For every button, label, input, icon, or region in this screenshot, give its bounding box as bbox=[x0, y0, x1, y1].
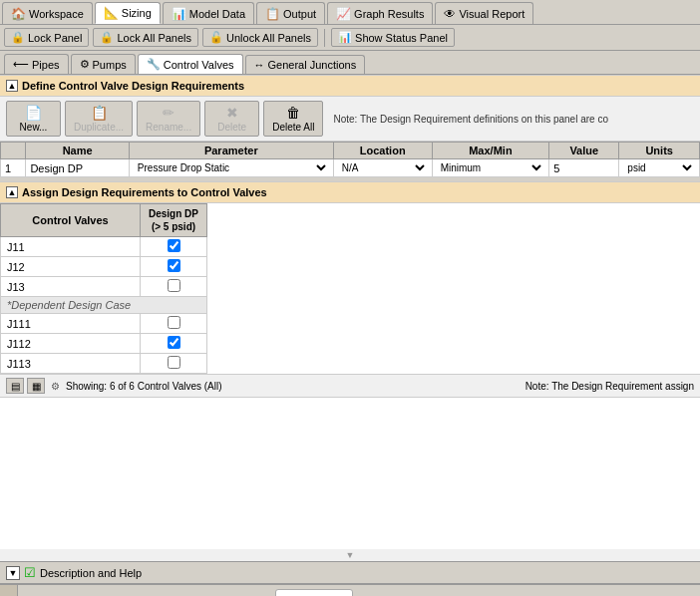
bottom-toolbar: SIZING SizingObjective bbox=[0, 584, 700, 596]
lock-panel-label: Lock Panel bbox=[28, 32, 82, 44]
delete-button[interactable]: ✖ Delete bbox=[204, 101, 259, 137]
table-row: 1 Design DP Pressure Drop Static N/A bbox=[1, 159, 700, 177]
duplicate-label: Duplicate... bbox=[74, 122, 124, 133]
new-button[interactable]: 📄 New... bbox=[6, 101, 61, 137]
rename-label: Rename... bbox=[146, 122, 191, 133]
assign-col-valves: Control Valves bbox=[1, 204, 141, 237]
assign-collapse[interactable]: ▲ bbox=[6, 186, 18, 198]
design-req-section: ▲ Define Control Valve Design Requiremen… bbox=[0, 75, 700, 177]
general-junctions-icon: ↔ bbox=[254, 59, 265, 71]
sizing-method-button[interactable]: SizingMethod bbox=[443, 590, 521, 596]
tab-general-junctions[interactable]: ↔ General Junctions bbox=[245, 55, 366, 74]
rename-button[interactable]: ✏ Rename... bbox=[137, 101, 200, 137]
assign-cost-libraries-button[interactable]: $ Assign Cost Libraries bbox=[359, 590, 437, 596]
assign-note: Note: The Design Requirement assign bbox=[525, 381, 694, 392]
lock-panel-icon: 🔒 bbox=[11, 31, 25, 44]
delete-all-button[interactable]: 🗑 Delete All bbox=[263, 101, 323, 137]
assign-header: ▲ Assign Design Requirements to Control … bbox=[0, 181, 700, 203]
table-row: J11 bbox=[1, 237, 207, 257]
workspace-icon: 🏠 bbox=[11, 7, 26, 21]
tab-graph-results-label: Graph Results bbox=[354, 8, 424, 20]
row-num: 1 bbox=[1, 159, 26, 177]
location-select[interactable]: N/A bbox=[338, 161, 428, 174]
tab-pipes[interactable]: ⟵ Pipes bbox=[4, 54, 69, 74]
maxmin-select[interactable]: Minimum bbox=[437, 161, 545, 174]
col-parameter: Parameter bbox=[129, 143, 333, 159]
col-num bbox=[1, 143, 26, 159]
show-status-panel-button[interactable]: 📊 Show Status Panel bbox=[331, 28, 455, 47]
valve-j13-check[interactable] bbox=[141, 277, 207, 297]
pumps-icon: ⚙ bbox=[80, 58, 90, 71]
assign-table: Control Valves Design DP(> 5 psid) J11 J… bbox=[0, 203, 207, 374]
valve-j11-label: J11 bbox=[1, 237, 141, 257]
design-req-table-wrap: Name Parameter Location Max/Min Value Un… bbox=[0, 142, 700, 177]
parameter-select[interactable]: Pressure Drop Static bbox=[134, 161, 329, 174]
tab-output-label: Output bbox=[283, 8, 316, 20]
tab-model-data[interactable]: 📊 Model Data bbox=[163, 2, 254, 24]
status-bar: ▤ ▦ ⚙ Showing: 6 of 6 Control Valves (Al… bbox=[0, 374, 700, 398]
side-label: SIZING bbox=[0, 585, 18, 596]
size-cost-assignments-button[interactable]: $ Size/Cost Assignments bbox=[108, 590, 185, 596]
grid-view-icon[interactable]: ▤ bbox=[6, 378, 24, 394]
tab-output[interactable]: 📋 Output bbox=[256, 2, 325, 24]
duplicate-button[interactable]: 📋 Duplicate... bbox=[65, 101, 133, 137]
lock-panel-button[interactable]: 🔒 Lock Panel bbox=[4, 28, 89, 47]
design-req-table: Name Parameter Location Max/Min Value Un… bbox=[0, 142, 700, 177]
table-row: J111 bbox=[1, 314, 207, 334]
toolbar-separator bbox=[324, 29, 325, 47]
valve-j113-check[interactable] bbox=[141, 354, 207, 374]
lock-all-label: Lock All Panels bbox=[117, 32, 191, 44]
sizing-objective-button[interactable]: SizingObjective bbox=[24, 590, 102, 596]
lock-all-icon: 🔒 bbox=[100, 31, 114, 44]
design-requirements-button[interactable]: × {x} DesignRequirements bbox=[275, 589, 353, 596]
unlock-all-panels-button[interactable]: 🔓 Unlock All Panels bbox=[202, 28, 318, 47]
new-label: New... bbox=[20, 122, 48, 133]
units-select[interactable]: psid bbox=[623, 161, 695, 174]
assign-section: ▲ Assign Design Requirements to Control … bbox=[0, 181, 700, 549]
pipes-icon: ⟵ bbox=[13, 58, 29, 71]
design-req-collapse[interactable]: ▲ bbox=[6, 80, 18, 92]
tab-graph-results[interactable]: 📈 Graph Results bbox=[327, 2, 433, 24]
secondary-tab-bar: ⟵ Pipes ⚙ Pumps 🔧 Control Valves ↔ Gener… bbox=[0, 51, 700, 75]
list-view-icon[interactable]: ▦ bbox=[27, 378, 45, 394]
valve-j12-check[interactable] bbox=[141, 257, 207, 277]
status-panel-label: Show Status Panel bbox=[355, 32, 448, 44]
desc-collapse-btn[interactable]: ▼ bbox=[6, 566, 20, 580]
tab-sizing[interactable]: 📐 Sizing bbox=[95, 2, 161, 24]
table-row: J113 bbox=[1, 354, 207, 374]
sizing-summary-button[interactable]: SizingSummary bbox=[610, 590, 688, 596]
tab-control-valves-label: Control Valves bbox=[164, 59, 234, 71]
delete-label: Delete bbox=[217, 122, 246, 133]
valve-j112-label: J112 bbox=[1, 334, 141, 354]
valve-j113-label: J113 bbox=[1, 354, 141, 374]
status-text: Showing: 6 of 6 Control Valves (All) bbox=[66, 381, 222, 392]
tab-pumps[interactable]: ⚙ Pumps bbox=[71, 54, 136, 74]
lock-all-panels-button[interactable]: 🔒 Lock All Panels bbox=[93, 28, 198, 47]
row-maxmin: Minimum bbox=[432, 159, 549, 177]
assign-title: Assign Design Requirements to Control Va… bbox=[22, 186, 267, 198]
panel-area: ▲ Define Control Valve Design Requiremen… bbox=[0, 75, 700, 584]
tab-workspace-label: Workspace bbox=[29, 8, 84, 20]
tab-model-data-label: Model Data bbox=[189, 8, 245, 20]
table-row: J12 bbox=[1, 257, 207, 277]
visual-report-icon: 👁 bbox=[444, 7, 456, 21]
assign-table-wrap: Control Valves Design DP(> 5 psid) J11 J… bbox=[0, 203, 700, 374]
row-location: N/A bbox=[333, 159, 432, 177]
design-req-btn-row: 📄 New... 📋 Duplicate... ✏ Rename... ✖ De… bbox=[0, 97, 700, 142]
tab-visual-report-label: Visual Report bbox=[459, 8, 525, 20]
candidate-sets-button[interactable]: CandidateSets bbox=[191, 590, 269, 596]
top-tab-bar: 🏠 Workspace 📐 Sizing 📊 Model Data 📋 Outp… bbox=[0, 0, 700, 25]
valve-j11-check[interactable] bbox=[141, 237, 207, 257]
tab-control-valves[interactable]: 🔧 Control Valves bbox=[138, 54, 243, 74]
delete-all-icon: 🗑 bbox=[286, 105, 300, 121]
dependent-design-cases-button[interactable]: DependentDesign Cases bbox=[526, 590, 604, 596]
valve-j111-check[interactable] bbox=[141, 314, 207, 334]
status-icon-group: ▤ ▦ bbox=[6, 378, 45, 394]
valve-j112-check[interactable] bbox=[141, 334, 207, 354]
tab-general-junctions-label: General Junctions bbox=[268, 59, 357, 71]
tab-workspace[interactable]: 🏠 Workspace bbox=[2, 2, 93, 24]
main-toolbar: 🔒 Lock Panel 🔒 Lock All Panels 🔓 Unlock … bbox=[0, 25, 700, 51]
tab-visual-report[interactable]: 👁 Visual Report bbox=[435, 2, 533, 24]
assign-col-design-dp: Design DP(> 5 psid) bbox=[141, 204, 207, 237]
row-units: psid bbox=[619, 159, 700, 177]
